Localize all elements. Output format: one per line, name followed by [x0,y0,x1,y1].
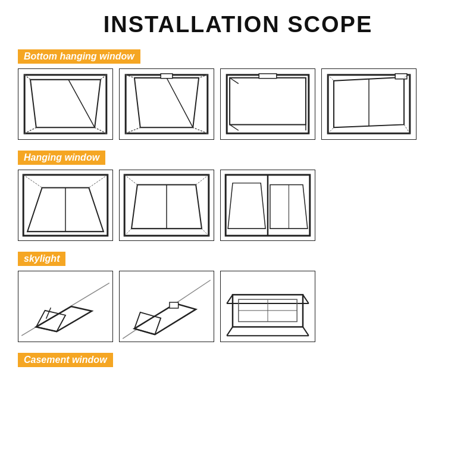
svg-line-19 [230,78,239,84]
svg-line-57 [46,308,51,319]
section-skylight: skylight [18,248,458,347]
window-box-hw1 [18,170,113,241]
svg-line-42 [124,175,137,185]
page: INSTALLATION SCOPE Bottom hanging window [0,0,476,476]
svg-rect-62 [170,302,178,308]
svg-line-11 [167,78,193,128]
window-box-sk2 [119,271,214,342]
window-box-sk3 [220,271,315,342]
section-label-casement: Casement window [18,353,113,367]
svg-line-66 [227,327,233,336]
svg-line-65 [303,295,309,303]
grid-hanging [18,170,458,241]
grid-skylight [18,271,458,342]
window-box-hw3 [220,170,315,241]
window-box-hw2 [119,170,214,241]
svg-marker-59 [134,303,196,334]
page-title: INSTALLATION SCOPE [18,12,458,37]
svg-rect-0 [24,75,107,133]
svg-line-64 [227,295,233,303]
svg-rect-12 [161,74,173,79]
section-label-skylight: skylight [18,252,65,266]
svg-rect-23 [259,74,277,79]
grid-bottom-hanging [18,68,458,140]
svg-line-21 [230,124,239,130]
section-label-hanging: Hanging window [18,151,105,165]
section-casement: Casement window [18,349,458,372]
window-box-bh2 [119,68,214,140]
section-hanging: Hanging window [18,147,458,246]
svg-line-37 [89,175,107,188]
svg-marker-48 [228,183,265,229]
svg-line-67 [303,327,309,336]
svg-line-45 [202,228,209,236]
section-bottom-hanging: Bottom hanging window [18,46,458,145]
svg-line-36 [23,175,42,188]
svg-line-3 [68,80,95,128]
window-box-sk1 [18,271,113,342]
svg-marker-18 [230,78,306,125]
window-box-bh1 [18,68,113,140]
svg-line-43 [196,175,209,185]
window-box-bh3 [220,68,315,140]
window-box-bh4 [321,68,416,140]
section-label-bottom-hanging: Bottom hanging window [18,49,140,64]
svg-marker-1 [30,80,101,128]
svg-rect-27 [395,74,407,79]
svg-line-44 [124,228,131,236]
